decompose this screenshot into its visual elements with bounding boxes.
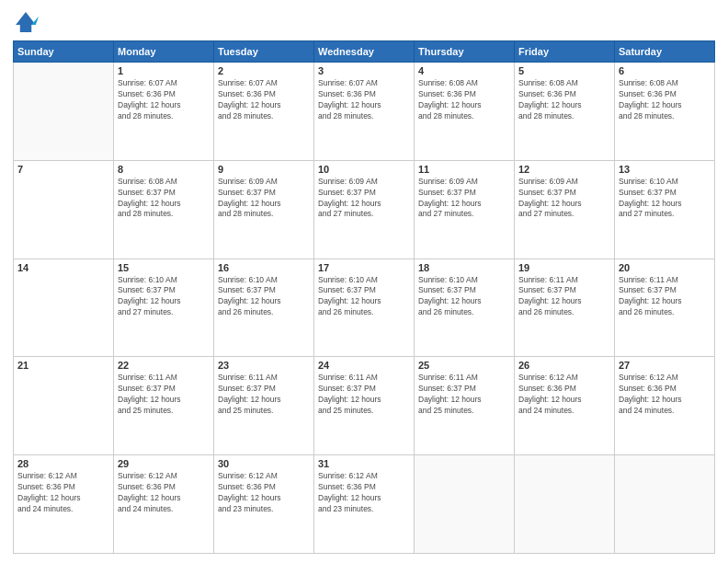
day-number: 18 <box>418 262 510 273</box>
calendar-cell: 22Sunrise: 6:11 AMSunset: 6:37 PMDayligh… <box>114 357 214 455</box>
day-number: 28 <box>17 458 109 469</box>
calendar-cell: 9Sunrise: 6:09 AMSunset: 6:37 PMDaylight… <box>214 160 314 259</box>
calendar-cell <box>515 455 615 554</box>
calendar-cell: 31Sunrise: 6:12 AMSunset: 6:36 PMDayligh… <box>314 455 415 554</box>
day-number: 22 <box>118 360 210 371</box>
calendar-cell: 20Sunrise: 6:11 AMSunset: 6:37 PMDayligh… <box>615 259 715 357</box>
day-info: Sunrise: 6:09 AMSunset: 6:37 PMDaylight:… <box>518 177 610 221</box>
day-number: 12 <box>518 164 610 175</box>
calendar-cell: 24Sunrise: 6:11 AMSunset: 6:37 PMDayligh… <box>314 357 415 455</box>
day-number: 26 <box>518 360 610 371</box>
calendar-table: SundayMondayTuesdayWednesdayThursdayFrid… <box>13 40 715 554</box>
page: SundayMondayTuesdayWednesdayThursdayFrid… <box>0 0 728 563</box>
calendar-cell: 14 <box>14 259 114 357</box>
calendar-cell: 4Sunrise: 6:08 AMSunset: 6:36 PMDaylight… <box>415 63 515 161</box>
day-number: 29 <box>118 458 210 469</box>
calendar-cell: 23Sunrise: 6:11 AMSunset: 6:37 PMDayligh… <box>214 357 314 455</box>
day-info: Sunrise: 6:07 AMSunset: 6:36 PMDaylight:… <box>318 78 410 122</box>
day-header-tuesday: Tuesday <box>214 41 314 63</box>
calendar-cell: 5Sunrise: 6:08 AMSunset: 6:36 PMDaylight… <box>515 63 615 161</box>
calendar-week-row: 78Sunrise: 6:08 AMSunset: 6:37 PMDayligh… <box>14 160 715 259</box>
calendar-week-row: 1Sunrise: 6:07 AMSunset: 6:36 PMDaylight… <box>14 63 715 161</box>
day-number: 21 <box>17 360 109 371</box>
calendar-week-row: 1415Sunrise: 6:10 AMSunset: 6:37 PMDayli… <box>14 259 715 357</box>
day-info: Sunrise: 6:09 AMSunset: 6:37 PMDaylight:… <box>318 177 410 221</box>
day-info: Sunrise: 6:10 AMSunset: 6:37 PMDaylight:… <box>619 177 711 221</box>
day-info: Sunrise: 6:08 AMSunset: 6:37 PMDaylight:… <box>118 177 210 221</box>
calendar-cell <box>415 455 515 554</box>
day-info: Sunrise: 6:10 AMSunset: 6:37 PMDaylight:… <box>218 275 310 319</box>
day-number: 31 <box>318 458 410 469</box>
day-info: Sunrise: 6:12 AMSunset: 6:36 PMDaylight:… <box>318 471 410 515</box>
calendar-cell: 29Sunrise: 6:12 AMSunset: 6:36 PMDayligh… <box>114 455 214 554</box>
day-number: 14 <box>17 262 109 273</box>
day-info: Sunrise: 6:11 AMSunset: 6:37 PMDaylight:… <box>218 373 310 417</box>
day-info: Sunrise: 6:07 AMSunset: 6:36 PMDaylight:… <box>218 78 310 122</box>
day-info: Sunrise: 6:10 AMSunset: 6:37 PMDaylight:… <box>418 275 510 319</box>
day-info: Sunrise: 6:12 AMSunset: 6:36 PMDaylight:… <box>17 471 109 515</box>
day-number: 3 <box>318 65 410 76</box>
day-info: Sunrise: 6:12 AMSunset: 6:36 PMDaylight:… <box>518 373 610 417</box>
day-info: Sunrise: 6:10 AMSunset: 6:37 PMDaylight:… <box>318 275 410 319</box>
day-number: 5 <box>518 65 610 76</box>
calendar-cell: 13Sunrise: 6:10 AMSunset: 6:37 PMDayligh… <box>615 160 715 259</box>
day-number: 23 <box>218 360 310 371</box>
day-number: 19 <box>518 262 610 273</box>
day-number: 27 <box>619 360 711 371</box>
day-info: Sunrise: 6:11 AMSunset: 6:37 PMDaylight:… <box>418 373 510 417</box>
day-number: 6 <box>619 65 711 76</box>
day-number: 17 <box>318 262 410 273</box>
calendar-cell: 21 <box>14 357 114 455</box>
calendar-cell: 16Sunrise: 6:10 AMSunset: 6:37 PMDayligh… <box>214 259 314 357</box>
day-number: 1 <box>118 65 210 76</box>
day-header-monday: Monday <box>114 41 214 63</box>
calendar-week-row: 28Sunrise: 6:12 AMSunset: 6:36 PMDayligh… <box>14 455 715 554</box>
day-number: 4 <box>418 65 510 76</box>
day-info: Sunrise: 6:09 AMSunset: 6:37 PMDaylight:… <box>218 177 310 221</box>
day-number: 13 <box>619 164 711 175</box>
day-number: 15 <box>118 262 210 273</box>
day-info: Sunrise: 6:11 AMSunset: 6:37 PMDaylight:… <box>518 275 610 319</box>
logo <box>13 9 42 35</box>
day-number: 16 <box>218 262 310 273</box>
day-number: 2 <box>218 65 310 76</box>
calendar-cell: 12Sunrise: 6:09 AMSunset: 6:37 PMDayligh… <box>515 160 615 259</box>
calendar-cell: 3Sunrise: 6:07 AMSunset: 6:36 PMDaylight… <box>314 63 415 161</box>
calendar-week-row: 2122Sunrise: 6:11 AMSunset: 6:37 PMDayli… <box>14 357 715 455</box>
day-info: Sunrise: 6:08 AMSunset: 6:36 PMDaylight:… <box>418 78 510 122</box>
day-info: Sunrise: 6:08 AMSunset: 6:36 PMDaylight:… <box>518 78 610 122</box>
calendar-cell: 25Sunrise: 6:11 AMSunset: 6:37 PMDayligh… <box>415 357 515 455</box>
day-header-thursday: Thursday <box>415 41 515 63</box>
day-info: Sunrise: 6:11 AMSunset: 6:37 PMDaylight:… <box>619 275 711 319</box>
calendar-cell <box>615 455 715 554</box>
calendar-cell: 2Sunrise: 6:07 AMSunset: 6:36 PMDaylight… <box>214 63 314 161</box>
logo-icon <box>13 9 39 35</box>
calendar-cell: 6Sunrise: 6:08 AMSunset: 6:36 PMDaylight… <box>615 63 715 161</box>
calendar-cell: 30Sunrise: 6:12 AMSunset: 6:36 PMDayligh… <box>214 455 314 554</box>
calendar-cell: 1Sunrise: 6:07 AMSunset: 6:36 PMDaylight… <box>114 63 214 161</box>
day-number: 20 <box>619 262 711 273</box>
day-header-friday: Friday <box>515 41 615 63</box>
day-number: 7 <box>17 164 109 175</box>
svg-marker-0 <box>16 12 36 32</box>
calendar-cell: 10Sunrise: 6:09 AMSunset: 6:37 PMDayligh… <box>314 160 415 259</box>
day-info: Sunrise: 6:08 AMSunset: 6:36 PMDaylight:… <box>619 78 711 122</box>
day-number: 30 <box>218 458 310 469</box>
calendar-cell: 11Sunrise: 6:09 AMSunset: 6:37 PMDayligh… <box>415 160 515 259</box>
calendar-cell: 18Sunrise: 6:10 AMSunset: 6:37 PMDayligh… <box>415 259 515 357</box>
day-info: Sunrise: 6:11 AMSunset: 6:37 PMDaylight:… <box>118 373 210 417</box>
day-info: Sunrise: 6:07 AMSunset: 6:36 PMDaylight:… <box>118 78 210 122</box>
calendar-cell: 15Sunrise: 6:10 AMSunset: 6:37 PMDayligh… <box>114 259 214 357</box>
day-number: 11 <box>418 164 510 175</box>
calendar-cell <box>14 63 114 161</box>
day-number: 25 <box>418 360 510 371</box>
calendar-cell: 8Sunrise: 6:08 AMSunset: 6:37 PMDaylight… <box>114 160 214 259</box>
header <box>13 9 715 35</box>
day-info: Sunrise: 6:11 AMSunset: 6:37 PMDaylight:… <box>318 373 410 417</box>
calendar-cell: 19Sunrise: 6:11 AMSunset: 6:37 PMDayligh… <box>515 259 615 357</box>
day-number: 24 <box>318 360 410 371</box>
day-header-wednesday: Wednesday <box>314 41 415 63</box>
day-number: 9 <box>218 164 310 175</box>
calendar-cell: 7 <box>14 160 114 259</box>
svg-marker-1 <box>31 17 39 25</box>
